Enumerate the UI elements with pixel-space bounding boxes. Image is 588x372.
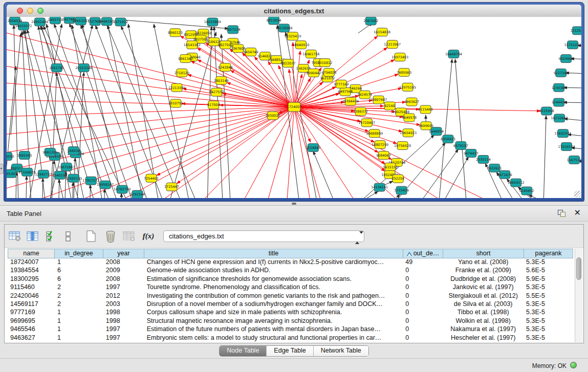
show-columns-icon[interactable]: [25, 229, 40, 244]
close-panel-icon[interactable]: ✕: [574, 208, 581, 217]
scrollbar-thumb[interactable]: [576, 257, 581, 280]
table-row[interactable]: 1872400712008Changes of HCN gene express…: [8, 258, 573, 267]
close-button[interactable]: [17, 8, 23, 14]
network-node[interactable]: 8454749: [244, 48, 258, 56]
network-node[interactable]: 188934: [67, 147, 80, 155]
network-node[interactable]: 6487568: [338, 87, 353, 96]
network-node[interactable]: 16648784: [445, 50, 462, 58]
network-node[interactable]: 16210643: [551, 114, 568, 122]
window-resize-grip[interactable]: [574, 191, 581, 198]
network-node[interactable]: 8958923: [441, 135, 455, 143]
network-node[interactable]: 391993: [7, 169, 17, 178]
network-node[interactable]: 62160: [384, 102, 395, 110]
network-node[interactable]: 9463627: [404, 98, 419, 106]
table-row[interactable]: 946554611997Estimation of the future num…: [8, 325, 573, 334]
network-node[interactable]: 16033809: [204, 18, 221, 26]
float-panel-icon[interactable]: [558, 210, 565, 217]
network-node[interactable]: 2016050: [7, 152, 14, 161]
column-header-short[interactable]: short: [443, 249, 524, 258]
network-node[interactable]: 7485063: [397, 68, 411, 76]
tab-node-table[interactable]: Node Table: [220, 346, 267, 356]
column-header-title[interactable]: title: [144, 249, 403, 258]
network-node[interactable]: 9861342: [178, 55, 193, 63]
network-node[interactable]: 9649578: [402, 114, 417, 122]
network-node[interactable]: 2087682: [363, 17, 378, 25]
network-node[interactable]: 20153346: [75, 63, 92, 72]
network-node[interactable]: 1725447: [164, 183, 179, 191]
network-node[interactable]: 7857224: [226, 26, 241, 34]
network-node[interactable]: 8990442: [306, 69, 321, 77]
network-node[interactable]: 8860123: [168, 29, 183, 37]
table-row[interactable]: 946362711997Embryonic stem cells: a mode…: [8, 334, 573, 342]
table-row[interactable]: 1830029562008Estimation of significance …: [8, 275, 573, 283]
network-node[interactable]: 1167533: [567, 156, 581, 164]
network-node[interactable]: 1244419: [552, 98, 567, 106]
network-node[interactable]: 7254402: [144, 174, 159, 182]
network-node-hub[interactable]: 1724007: [287, 102, 302, 112]
network-node[interactable]: 9115460: [418, 105, 433, 114]
network-node[interactable]: 19756928: [394, 142, 411, 150]
network-node[interactable]: 19654923: [400, 129, 417, 137]
minimize-button[interactable]: [27, 8, 33, 14]
network-node[interactable]: 1615152: [383, 163, 398, 171]
panel-splitter[interactable]: [0, 202, 588, 205]
tab-network-table[interactable]: Network Table: [314, 346, 368, 356]
select-rows-icon[interactable]: [43, 229, 58, 244]
column-header-in_degree[interactable]: in_degree: [55, 249, 103, 258]
table-row[interactable]: 1938455462009Genome-wide association stu…: [8, 267, 573, 275]
table-selector-dropdown[interactable]: citations_edges.txt: [163, 230, 364, 242]
network-node[interactable]: 1493719: [48, 17, 62, 24]
network-node[interactable]: 1292344: [130, 190, 145, 198]
network-node[interactable]: 1071912: [113, 18, 128, 26]
network-node[interactable]: 252254: [391, 174, 404, 183]
network-node[interactable]: 9084067: [376, 151, 391, 160]
table-row[interactable]: 969969511998Structural magnetic resonanc…: [8, 317, 573, 325]
tab-edge-table[interactable]: Edge Table: [267, 346, 313, 356]
network-node[interactable]: 15751074: [564, 41, 581, 49]
table-row[interactable]: 911546021997Tourette syndrome. Phenomeno…: [8, 283, 573, 292]
network-node[interactable]: 18640910: [292, 41, 309, 49]
network-node[interactable]: 8215958: [539, 107, 554, 115]
network-node[interactable]: 8471676: [497, 170, 512, 179]
table-settings-icon[interactable]: [7, 229, 23, 244]
network-node[interactable]: 12213967: [384, 40, 401, 49]
network-node[interactable]: 9529966: [559, 55, 574, 63]
memory-status-indicator[interactable]: [570, 362, 577, 368]
column-header-name[interactable]: name: [8, 249, 55, 258]
network-node[interactable]: 10688809: [366, 129, 383, 138]
network-node[interactable]: 9227342: [554, 69, 569, 77]
table-row[interactable]: 2242004622012Investigating the contribut…: [8, 292, 573, 300]
network-canvas[interactable]: 2056934140355722089140614937191427455106…: [7, 17, 581, 198]
network-node[interactable]: 16154838: [374, 28, 390, 36]
network-node[interactable]: 15692971: [555, 129, 572, 138]
splitter-handle[interactable]: [292, 203, 296, 205]
network-node[interactable]: 2051705: [49, 63, 64, 72]
network-node[interactable]: 15720407: [358, 119, 375, 127]
network-node[interactable]: 6466161: [99, 17, 114, 26]
function-builder-icon[interactable]: f(x): [141, 229, 156, 244]
network-node[interactable]: 2718120: [175, 69, 189, 77]
new-table-icon[interactable]: [83, 229, 99, 244]
network-node[interactable]: 10654112: [508, 179, 525, 187]
network-node[interactable]: 1112528: [571, 27, 581, 35]
network-node[interactable]: 1239387: [552, 83, 567, 92]
network-node[interactable]: 2935114: [476, 155, 491, 163]
network-node[interactable]: 417004: [207, 101, 220, 109]
network-node[interactable]: 1733426: [394, 186, 409, 194]
network-node[interactable]: 1640954: [429, 127, 444, 136]
network-node[interactable]: 20891406: [31, 18, 48, 26]
network-node[interactable]: 6679197: [453, 142, 468, 150]
table-row[interactable]: 977716911998Corpus callosum shape and si…: [8, 309, 573, 317]
network-node[interactable]: 7386372: [353, 107, 368, 116]
citation-graph[interactable]: 2056934140355722089140614937191427455106…: [7, 17, 581, 198]
column-header-year[interactable]: year: [103, 249, 144, 258]
network-node[interactable]: 17016534: [558, 143, 575, 151]
network-node[interactable]: 2803144: [214, 76, 229, 84]
network-node[interactable]: 1910812: [317, 59, 332, 67]
network-node[interactable]: 8822037: [281, 59, 296, 68]
network-window-titlebar[interactable]: citations_edges.txt: [7, 5, 581, 17]
network-node[interactable]: 9474437: [464, 149, 478, 158]
network-node[interactable]: 12975185: [399, 83, 416, 91]
zoom-button[interactable]: [37, 8, 43, 14]
network-node[interactable]: 8813054: [267, 17, 281, 25]
